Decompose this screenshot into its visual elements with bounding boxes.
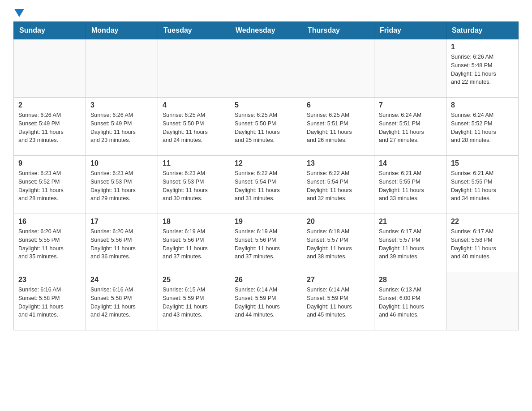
calendar-day-cell: 16Sunrise: 6:20 AM Sunset: 5:55 PM Dayli… bbox=[14, 214, 86, 272]
day-info: Sunrise: 6:23 AM Sunset: 5:52 PM Dayligh… bbox=[18, 169, 81, 203]
calendar-day-cell: 6Sunrise: 6:25 AM Sunset: 5:51 PM Daylig… bbox=[302, 98, 374, 156]
calendar-day-cell: 26Sunrise: 6:14 AM Sunset: 5:59 PM Dayli… bbox=[230, 272, 302, 330]
day-number: 4 bbox=[163, 101, 225, 109]
day-number: 8 bbox=[451, 101, 514, 109]
day-info: Sunrise: 6:25 AM Sunset: 5:50 PM Dayligh… bbox=[235, 111, 297, 145]
calendar-day-cell: 14Sunrise: 6:21 AM Sunset: 5:55 PM Dayli… bbox=[374, 156, 446, 214]
weekday-header-friday: Friday bbox=[374, 22, 446, 39]
calendar-day-cell bbox=[374, 39, 446, 98]
calendar-day-cell: 12Sunrise: 6:22 AM Sunset: 5:54 PM Dayli… bbox=[230, 156, 302, 214]
logo-arrow-icon bbox=[14, 9, 24, 17]
day-info: Sunrise: 6:20 AM Sunset: 5:55 PM Dayligh… bbox=[18, 227, 81, 261]
day-info: Sunrise: 6:15 AM Sunset: 5:59 PM Dayligh… bbox=[163, 286, 225, 319]
calendar-week-row: 2Sunrise: 6:26 AM Sunset: 5:49 PM Daylig… bbox=[14, 98, 519, 156]
day-info: Sunrise: 6:14 AM Sunset: 5:59 PM Dayligh… bbox=[307, 286, 369, 319]
weekday-header-row: SundayMondayTuesdayWednesdayThursdayFrid… bbox=[14, 22, 519, 39]
day-number: 9 bbox=[18, 159, 81, 167]
calendar-day-cell: 21Sunrise: 6:17 AM Sunset: 5:57 PM Dayli… bbox=[374, 214, 446, 272]
weekday-header-thursday: Thursday bbox=[302, 22, 374, 39]
calendar-day-cell: 5Sunrise: 6:25 AM Sunset: 5:50 PM Daylig… bbox=[230, 98, 302, 156]
calendar-body: 1Sunrise: 6:26 AM Sunset: 5:48 PM Daylig… bbox=[14, 39, 519, 330]
day-number: 12 bbox=[235, 159, 297, 167]
day-number: 27 bbox=[307, 276, 369, 284]
calendar-day-cell bbox=[302, 39, 374, 98]
day-number: 13 bbox=[307, 159, 369, 167]
calendar-day-cell: 7Sunrise: 6:24 AM Sunset: 5:51 PM Daylig… bbox=[374, 98, 446, 156]
day-number: 17 bbox=[90, 218, 153, 226]
logo bbox=[13, 9, 24, 17]
weekday-header-sunday: Sunday bbox=[14, 22, 86, 39]
calendar-day-cell bbox=[158, 39, 230, 98]
page-header bbox=[13, 9, 519, 17]
day-number: 26 bbox=[235, 276, 297, 284]
day-info: Sunrise: 6:26 AM Sunset: 5:48 PM Dayligh… bbox=[451, 53, 514, 86]
day-number: 1 bbox=[451, 43, 514, 51]
day-info: Sunrise: 6:19 AM Sunset: 5:56 PM Dayligh… bbox=[163, 227, 225, 261]
calendar-week-row: 23Sunrise: 6:16 AM Sunset: 5:58 PM Dayli… bbox=[14, 272, 519, 330]
calendar-header: SundayMondayTuesdayWednesdayThursdayFrid… bbox=[14, 22, 519, 39]
day-number: 16 bbox=[18, 218, 81, 226]
day-info: Sunrise: 6:26 AM Sunset: 5:49 PM Dayligh… bbox=[90, 111, 153, 145]
calendar-day-cell: 9Sunrise: 6:23 AM Sunset: 5:52 PM Daylig… bbox=[14, 156, 86, 214]
calendar-day-cell bbox=[446, 272, 519, 330]
day-info: Sunrise: 6:19 AM Sunset: 5:56 PM Dayligh… bbox=[235, 227, 297, 261]
calendar-day-cell: 4Sunrise: 6:25 AM Sunset: 5:50 PM Daylig… bbox=[158, 98, 230, 156]
day-number: 15 bbox=[451, 159, 514, 167]
day-number: 6 bbox=[307, 101, 369, 109]
day-info: Sunrise: 6:22 AM Sunset: 5:54 PM Dayligh… bbox=[235, 169, 297, 203]
day-info: Sunrise: 6:23 AM Sunset: 5:53 PM Dayligh… bbox=[163, 169, 225, 203]
calendar-day-cell bbox=[230, 39, 302, 98]
calendar-day-cell: 8Sunrise: 6:24 AM Sunset: 5:52 PM Daylig… bbox=[446, 98, 519, 156]
weekday-header-wednesday: Wednesday bbox=[230, 22, 302, 39]
day-number: 3 bbox=[90, 101, 153, 109]
calendar-day-cell: 22Sunrise: 6:17 AM Sunset: 5:58 PM Dayli… bbox=[446, 214, 519, 272]
day-info: Sunrise: 6:21 AM Sunset: 5:55 PM Dayligh… bbox=[451, 169, 514, 203]
calendar-day-cell: 24Sunrise: 6:16 AM Sunset: 5:58 PM Dayli… bbox=[86, 272, 158, 330]
calendar-day-cell bbox=[86, 39, 158, 98]
day-number: 10 bbox=[90, 159, 153, 167]
day-number: 28 bbox=[379, 276, 442, 284]
day-info: Sunrise: 6:18 AM Sunset: 5:57 PM Dayligh… bbox=[307, 227, 369, 261]
day-info: Sunrise: 6:25 AM Sunset: 5:51 PM Dayligh… bbox=[307, 111, 369, 145]
day-number: 22 bbox=[451, 218, 514, 226]
day-number: 23 bbox=[18, 276, 81, 284]
day-number: 14 bbox=[379, 159, 442, 167]
calendar-day-cell: 27Sunrise: 6:14 AM Sunset: 5:59 PM Dayli… bbox=[302, 272, 374, 330]
day-info: Sunrise: 6:23 AM Sunset: 5:53 PM Dayligh… bbox=[90, 169, 153, 203]
day-number: 5 bbox=[235, 101, 297, 109]
day-info: Sunrise: 6:20 AM Sunset: 5:56 PM Dayligh… bbox=[90, 227, 153, 261]
calendar-day-cell: 28Sunrise: 6:13 AM Sunset: 6:00 PM Dayli… bbox=[374, 272, 446, 330]
calendar-day-cell: 2Sunrise: 6:26 AM Sunset: 5:49 PM Daylig… bbox=[14, 98, 86, 156]
day-info: Sunrise: 6:24 AM Sunset: 5:51 PM Dayligh… bbox=[379, 111, 442, 145]
weekday-header-monday: Monday bbox=[86, 22, 158, 39]
calendar-day-cell: 25Sunrise: 6:15 AM Sunset: 5:59 PM Dayli… bbox=[158, 272, 230, 330]
calendar-day-cell: 23Sunrise: 6:16 AM Sunset: 5:58 PM Dayli… bbox=[14, 272, 86, 330]
day-info: Sunrise: 6:16 AM Sunset: 5:58 PM Dayligh… bbox=[90, 286, 153, 319]
day-number: 7 bbox=[379, 101, 442, 109]
svg-marker-0 bbox=[14, 9, 24, 17]
weekday-header-saturday: Saturday bbox=[446, 22, 519, 39]
day-number: 2 bbox=[18, 101, 81, 109]
calendar-day-cell: 18Sunrise: 6:19 AM Sunset: 5:56 PM Dayli… bbox=[158, 214, 230, 272]
day-number: 25 bbox=[163, 276, 225, 284]
day-info: Sunrise: 6:26 AM Sunset: 5:49 PM Dayligh… bbox=[18, 111, 81, 145]
calendar-day-cell: 13Sunrise: 6:22 AM Sunset: 5:54 PM Dayli… bbox=[302, 156, 374, 214]
weekday-header-tuesday: Tuesday bbox=[158, 22, 230, 39]
calendar-week-row: 9Sunrise: 6:23 AM Sunset: 5:52 PM Daylig… bbox=[14, 156, 519, 214]
day-number: 20 bbox=[307, 218, 369, 226]
day-info: Sunrise: 6:16 AM Sunset: 5:58 PM Dayligh… bbox=[18, 286, 81, 319]
day-info: Sunrise: 6:25 AM Sunset: 5:50 PM Dayligh… bbox=[163, 111, 225, 145]
day-info: Sunrise: 6:24 AM Sunset: 5:52 PM Dayligh… bbox=[451, 111, 514, 145]
calendar-day-cell: 17Sunrise: 6:20 AM Sunset: 5:56 PM Dayli… bbox=[86, 214, 158, 272]
day-info: Sunrise: 6:21 AM Sunset: 5:55 PM Dayligh… bbox=[379, 169, 442, 203]
day-number: 18 bbox=[163, 218, 225, 226]
day-number: 24 bbox=[90, 276, 153, 284]
calendar-day-cell: 11Sunrise: 6:23 AM Sunset: 5:53 PM Dayli… bbox=[158, 156, 230, 214]
day-number: 21 bbox=[379, 218, 442, 226]
calendar-day-cell: 15Sunrise: 6:21 AM Sunset: 5:55 PM Dayli… bbox=[446, 156, 519, 214]
day-info: Sunrise: 6:22 AM Sunset: 5:54 PM Dayligh… bbox=[307, 169, 369, 203]
day-info: Sunrise: 6:13 AM Sunset: 6:00 PM Dayligh… bbox=[379, 286, 442, 319]
calendar-day-cell: 10Sunrise: 6:23 AM Sunset: 5:53 PM Dayli… bbox=[86, 156, 158, 214]
calendar-day-cell: 20Sunrise: 6:18 AM Sunset: 5:57 PM Dayli… bbox=[302, 214, 374, 272]
calendar-table: SundayMondayTuesdayWednesdayThursdayFrid… bbox=[13, 21, 519, 330]
